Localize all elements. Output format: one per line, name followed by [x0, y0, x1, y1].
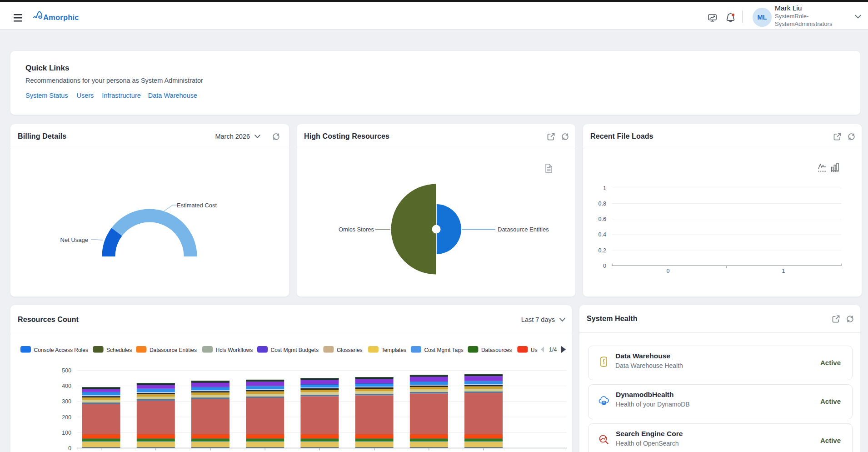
svg-text:Net Usage: Net Usage	[60, 236, 88, 243]
svg-text:Console Access Roles: Console Access Roles	[34, 347, 88, 353]
svg-text:500: 500	[62, 367, 71, 374]
svg-text:Glossaries: Glossaries	[337, 347, 363, 353]
svg-text:1: 1	[782, 268, 785, 274]
svg-text:Templates: Templates	[381, 347, 406, 353]
svg-text:300: 300	[62, 398, 71, 405]
svg-text:Omics Stores: Omics Stores	[339, 226, 374, 233]
svg-text:0: 0	[667, 268, 670, 274]
svg-text:400: 400	[62, 383, 71, 389]
svg-text:1/4: 1/4	[549, 347, 557, 353]
svg-text:0.6: 0.6	[599, 216, 606, 222]
svg-text:Hcls Workflows: Hcls Workflows	[216, 347, 253, 353]
svg-text:100: 100	[62, 430, 71, 436]
svg-text:Cost Mgmt Tags: Cost Mgmt Tags	[424, 347, 463, 353]
svg-text:Datasource Entities: Datasource Entities	[498, 226, 549, 233]
svg-text:0: 0	[68, 445, 71, 452]
svg-text:200: 200	[62, 414, 71, 421]
svg-text:Schedules: Schedules	[106, 347, 132, 353]
svg-text:0.8: 0.8	[599, 201, 606, 207]
svg-text:Us: Us	[531, 347, 538, 353]
svg-text:Cost Mgmt Budgets: Cost Mgmt Budgets	[271, 347, 319, 353]
svg-text:Datasources: Datasources	[481, 347, 512, 353]
svg-text:Datasource Entities: Datasource Entities	[150, 347, 197, 353]
svg-text:0.2: 0.2	[599, 247, 606, 254]
svg-text:1: 1	[603, 185, 606, 191]
svg-text:0: 0	[603, 263, 606, 269]
svg-text:0.4: 0.4	[599, 231, 606, 238]
svg-text:Estimated Cost: Estimated Cost	[177, 202, 217, 209]
